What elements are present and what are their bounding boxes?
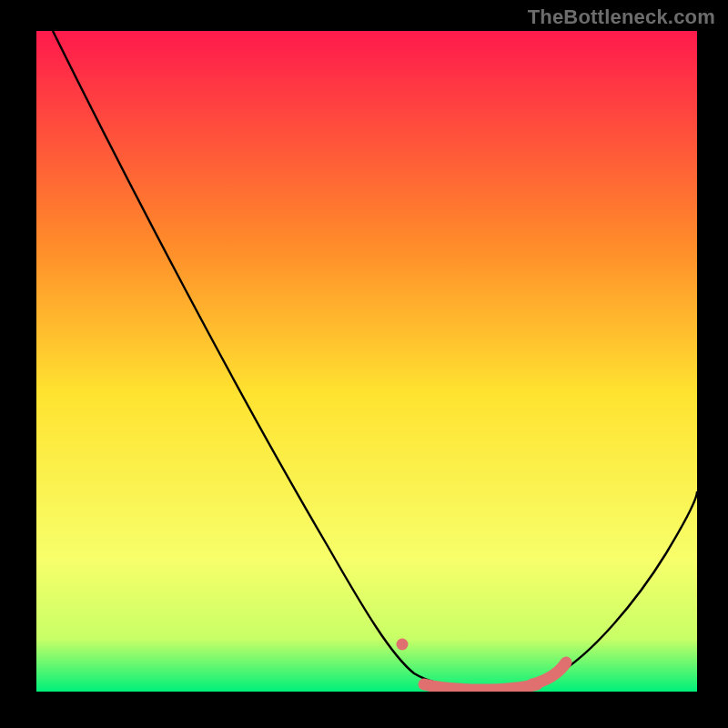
watermark-text: TheBottleneck.com [528,5,715,29]
gradient-plot-area [36,31,697,692]
highlight-floor [424,684,537,690]
bottleneck-chart: TheBottleneck.com [0,0,728,728]
highlight-dot [397,639,409,651]
chart-svg [0,0,728,728]
